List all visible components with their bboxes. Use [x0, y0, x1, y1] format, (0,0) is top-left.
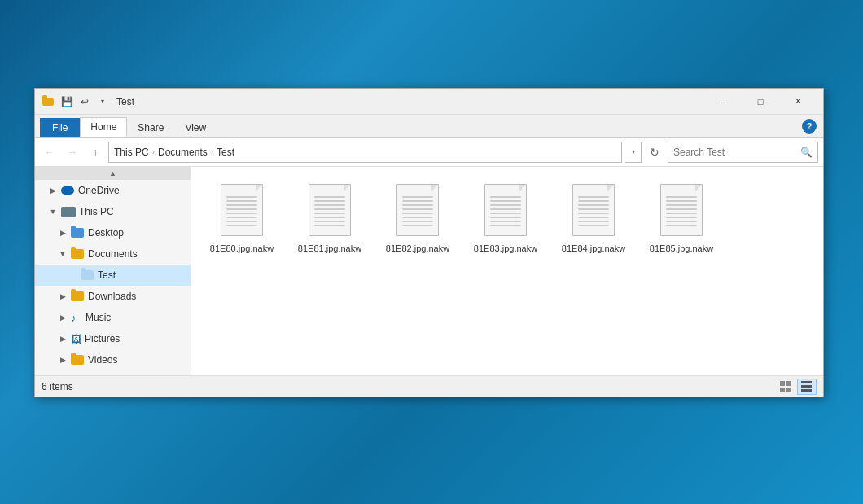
file-name-0: 81E80.jpg.nakw	[210, 243, 274, 254]
documents-folder-icon	[71, 249, 84, 259]
svg-rect-6	[801, 389, 812, 392]
expander-thispc[interactable]: ▼	[45, 204, 61, 220]
file-item-2[interactable]: 81E82.jpg.nakw	[377, 177, 458, 258]
close-button[interactable]: ✕	[779, 89, 817, 115]
up-button[interactable]: ↑	[85, 142, 105, 162]
pictures-icon: 🖼	[71, 333, 81, 345]
file-area: 81E80.jpg.nakw 81E81	[191, 167, 823, 375]
file-icon-3	[481, 181, 530, 239]
search-input[interactable]	[673, 147, 800, 158]
expander-downloads[interactable]: ▶	[55, 288, 71, 305]
sidebar-label-documents: Documents	[88, 248, 138, 260]
videos-folder-icon	[71, 355, 84, 365]
maximize-button[interactable]: □	[742, 89, 779, 115]
view-tiles-button[interactable]	[797, 379, 817, 395]
expander-localdisk[interactable]: ▶	[55, 373, 71, 375]
tab-file[interactable]: File	[40, 118, 80, 137]
desktop-folder-icon	[71, 228, 84, 238]
expander-desktop[interactable]: ▶	[55, 225, 71, 241]
item-count: 6 items	[42, 381, 776, 392]
sidebar: ▲ ▶ OneDrive ▼ This PC ▶ Desktop	[35, 167, 191, 375]
file-page-2	[396, 184, 439, 236]
svg-rect-2	[780, 388, 785, 392]
sidebar-item-music[interactable]: ▶ ♪ Music	[35, 307, 191, 328]
quick-access-toolbar: 💾 ↩ ▾	[59, 94, 110, 109]
expander-music[interactable]: ▶	[55, 309, 71, 326]
sidebar-item-documents[interactable]: ▼ Documents	[35, 243, 191, 265]
title-bar: 💾 ↩ ▾ Test — □ ✕	[35, 89, 823, 115]
svg-rect-3	[786, 388, 791, 392]
tab-home[interactable]: Home	[80, 117, 127, 137]
quick-undo-btn[interactable]: ↩	[77, 94, 92, 109]
music-icon: ♪	[71, 312, 82, 323]
minimize-button[interactable]: —	[704, 89, 742, 115]
svg-rect-1	[786, 381, 791, 386]
help-button[interactable]: ?	[802, 119, 817, 134]
main-area: ▲ ▶ OneDrive ▼ This PC ▶ Desktop	[35, 167, 823, 375]
sidebar-label-test: Test	[98, 270, 116, 281]
breadcrumb-sep-1: ›	[152, 147, 155, 156]
expander-documents[interactable]: ▼	[55, 246, 71, 262]
sidebar-item-thispc[interactable]: ▼ This PC	[35, 201, 191, 222]
file-item-0[interactable]: 81E80.jpg.nakw	[201, 177, 283, 258]
sidebar-label-downloads: Downloads	[88, 291, 136, 302]
breadcrumb-sep-2: ›	[211, 147, 213, 156]
sidebar-item-test[interactable]: Test	[35, 265, 191, 286]
quick-save-btn[interactable]: 💾	[59, 94, 74, 109]
file-page-4	[572, 184, 615, 236]
file-name-2: 81E82.jpg.nakw	[386, 243, 449, 254]
refresh-button[interactable]: ↻	[645, 142, 664, 162]
sidebar-item-desktop[interactable]: ▶ Desktop	[35, 222, 191, 243]
window-title: Test	[116, 96, 704, 107]
sidebar-item-onedrive[interactable]: ▶ OneDrive	[35, 180, 191, 201]
file-page-1	[309, 184, 351, 236]
file-page-3	[484, 184, 527, 236]
expander-videos[interactable]: ▶	[55, 352, 71, 368]
sidebar-label-thispc: This PC	[79, 206, 114, 217]
sidebar-item-videos[interactable]: ▶ Videos	[35, 349, 191, 370]
file-name-5: 81E85.jpg.nakw	[650, 243, 713, 254]
expander-onedrive[interactable]: ▶	[45, 182, 61, 199]
expander-pictures[interactable]: ▶	[55, 331, 71, 347]
file-item-3[interactable]: 81E83.jpg.nakw	[465, 177, 546, 258]
file-item-5[interactable]: 81E85.jpg.nakw	[641, 177, 722, 258]
svg-rect-5	[801, 385, 812, 388]
file-icon-2	[393, 181, 442, 239]
breadcrumb-documents: Documents ›	[158, 147, 217, 158]
ribbon-tabs: File Home Share View ?	[35, 115, 823, 138]
file-icon-4	[569, 181, 618, 239]
back-button[interactable]: ←	[40, 142, 59, 162]
view-buttons	[776, 379, 817, 395]
tiles-view-icon	[801, 381, 813, 392]
sidebar-label-desktop: Desktop	[88, 227, 124, 239]
tab-share[interactable]: Share	[127, 118, 174, 137]
status-bar: 6 items	[35, 375, 823, 397]
pc-icon	[61, 207, 76, 217]
expander-test[interactable]	[64, 267, 81, 283]
sidebar-item-pictures[interactable]: ▶ 🖼 Pictures	[35, 328, 191, 349]
forward-button[interactable]: →	[63, 142, 82, 162]
title-bar-icon	[42, 95, 55, 108]
view-list-button[interactable]	[776, 379, 795, 395]
file-item-1[interactable]: 81E81.jpg.nakw	[289, 177, 370, 258]
onedrive-icon	[61, 186, 74, 195]
svg-rect-0	[780, 381, 785, 386]
search-icon[interactable]: 🔍	[800, 147, 813, 158]
file-name-1: 81E81.jpg.nakw	[298, 243, 361, 254]
breadcrumb-thispc: This PC ›	[114, 147, 158, 158]
file-page-0	[221, 184, 263, 236]
search-box[interactable]: 🔍	[668, 142, 818, 163]
sidebar-scroll-up[interactable]: ▲	[35, 167, 191, 180]
window-controls: — □ ✕	[704, 89, 817, 115]
file-icon-5	[657, 181, 706, 239]
sidebar-item-localdisk[interactable]: ▶ Local Disk (C:)	[35, 370, 191, 375]
tab-view[interactable]: View	[174, 118, 217, 137]
sidebar-item-downloads[interactable]: ▶ Downloads	[35, 286, 191, 307]
file-item-4[interactable]: 81E84.jpg.nakw	[553, 177, 634, 258]
breadcrumb[interactable]: This PC › Documents › Test	[108, 142, 622, 163]
quick-dropdown-btn[interactable]: ▾	[95, 94, 110, 109]
file-icon-1	[305, 181, 354, 239]
address-dropdown-button[interactable]: ▾	[625, 142, 642, 163]
sidebar-label-onedrive: OneDrive	[78, 185, 120, 196]
downloads-folder-icon	[71, 291, 84, 301]
